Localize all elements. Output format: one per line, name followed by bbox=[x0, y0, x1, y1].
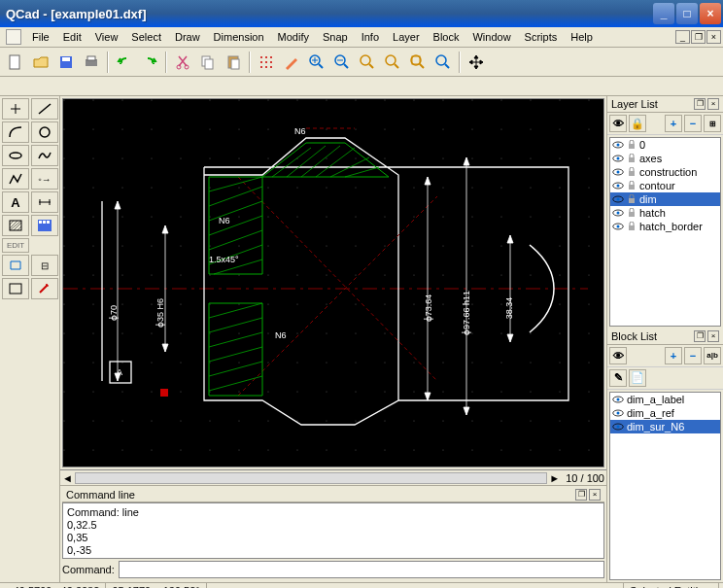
text-tool[interactable]: A bbox=[2, 191, 29, 213]
dim-n6-top: N6 bbox=[294, 126, 306, 136]
menu-view[interactable]: View bbox=[88, 29, 125, 45]
menu-info[interactable]: Info bbox=[355, 29, 386, 45]
svg-point-13 bbox=[270, 56, 272, 58]
select-tool[interactable]: ⊟ bbox=[31, 255, 58, 276]
menu-scripts[interactable]: Scripts bbox=[518, 29, 565, 45]
mdi-minimize[interactable]: _ bbox=[675, 30, 690, 44]
circle-tool[interactable] bbox=[31, 121, 58, 143]
mdi-restore[interactable]: ❐ bbox=[691, 30, 706, 44]
undo-button[interactable] bbox=[113, 51, 136, 74]
modify-tool[interactable] bbox=[2, 255, 29, 276]
horizontal-scrollbar[interactable]: ◄► 10 / 100 bbox=[60, 469, 606, 485]
dock-icon[interactable]: ❐ bbox=[575, 489, 587, 501]
svg-rect-84 bbox=[629, 212, 635, 217]
zoom-window-button[interactable] bbox=[406, 51, 430, 74]
layer-row[interactable]: axes bbox=[610, 152, 720, 165]
layer-row[interactable]: contour bbox=[610, 179, 720, 192]
layer-row[interactable]: construction bbox=[610, 165, 720, 179]
menu-select[interactable]: Select bbox=[124, 29, 168, 45]
line-tool[interactable] bbox=[31, 98, 58, 120]
block-row[interactable]: dim_a_ref bbox=[610, 406, 720, 420]
move-button[interactable] bbox=[465, 51, 488, 74]
eye-toggle[interactable]: 👁 bbox=[609, 115, 627, 132]
layer-edit-button[interactable]: ⊞ bbox=[704, 115, 721, 132]
grid-button[interactable] bbox=[255, 51, 278, 74]
zoom-prev-button[interactable] bbox=[381, 51, 404, 74]
block-remove-button[interactable]: − bbox=[684, 347, 702, 364]
menu-file[interactable]: File bbox=[25, 29, 56, 45]
svg-point-22 bbox=[361, 55, 370, 65]
print-button[interactable] bbox=[80, 51, 103, 74]
layer-row[interactable]: dim bbox=[610, 192, 720, 206]
hatch-tool[interactable] bbox=[2, 215, 29, 236]
zoom-out-button[interactable] bbox=[330, 51, 354, 74]
dock-icon[interactable]: ❐ bbox=[694, 330, 706, 342]
block-edit-button[interactable]: ✎ bbox=[609, 369, 627, 387]
block-add-button[interactable]: + bbox=[665, 347, 682, 364]
ellipse-tool[interactable] bbox=[2, 145, 29, 166]
lock-toggle[interactable]: 🔒 bbox=[629, 115, 646, 132]
block-list[interactable]: dim_a_labeldim_a_refdim_sur_N6 bbox=[609, 392, 721, 581]
spline-tool[interactable] bbox=[31, 145, 58, 166]
zoom-in-button[interactable] bbox=[305, 51, 328, 74]
svg-point-86 bbox=[617, 225, 620, 228]
svg-rect-8 bbox=[205, 59, 213, 69]
layer-row[interactable]: 0 bbox=[610, 138, 720, 152]
close-icon[interactable]: × bbox=[707, 98, 719, 110]
menu-layer[interactable]: Layer bbox=[386, 29, 427, 45]
minimize-button[interactable]: _ bbox=[653, 3, 674, 24]
dim-38: 38.34 bbox=[504, 297, 514, 320]
menu-snap[interactable]: Snap bbox=[316, 29, 355, 45]
redo-button[interactable] bbox=[138, 51, 161, 74]
new-button[interactable] bbox=[4, 51, 27, 74]
mdi-close[interactable]: × bbox=[706, 30, 721, 44]
layer-row[interactable]: hatch bbox=[610, 206, 720, 220]
zoom-auto-button[interactable] bbox=[356, 51, 379, 74]
layer-list[interactable]: 0axesconstructioncontourdimhatchhatch_bo… bbox=[609, 137, 721, 327]
image-tool[interactable] bbox=[31, 215, 58, 236]
svg-point-80 bbox=[617, 198, 620, 201]
block-row[interactable]: dim_sur_N6 bbox=[610, 420, 720, 433]
maximize-button[interactable]: □ bbox=[676, 3, 698, 24]
menu-help[interactable]: Help bbox=[564, 29, 600, 45]
mdi-controls: _ ❐ × bbox=[675, 30, 721, 44]
point-tool[interactable] bbox=[2, 98, 29, 120]
arc-tool[interactable] bbox=[2, 121, 29, 143]
snap-tool[interactable] bbox=[31, 278, 58, 299]
menu-dimension[interactable]: Dimension bbox=[207, 29, 271, 45]
zoom-pan-button[interactable] bbox=[431, 51, 455, 74]
svg-rect-81 bbox=[629, 198, 635, 203]
layer-remove-button[interactable]: − bbox=[684, 115, 702, 132]
label-a: A bbox=[117, 367, 122, 377]
menu-window[interactable]: Window bbox=[465, 29, 517, 45]
menu-draw[interactable]: Draw bbox=[168, 29, 207, 45]
block-insert-button[interactable]: 📄 bbox=[629, 369, 646, 387]
cut-button[interactable] bbox=[171, 51, 194, 74]
menu-edit[interactable]: Edit bbox=[56, 29, 88, 45]
close-icon[interactable]: × bbox=[707, 330, 719, 342]
block-rename-button[interactable]: a|b bbox=[704, 347, 721, 364]
open-button[interactable] bbox=[29, 51, 52, 74]
polyline-tool[interactable] bbox=[2, 168, 29, 190]
close-icon[interactable]: × bbox=[589, 489, 601, 501]
menu-modify[interactable]: Modify bbox=[271, 29, 316, 45]
command-input[interactable] bbox=[119, 561, 604, 578]
draft-button[interactable] bbox=[280, 51, 303, 74]
block-toolbar2: ✎ 📄 bbox=[607, 367, 723, 390]
dim-phi97: ϕ97.66 h11 bbox=[462, 291, 471, 335]
dimension-tool[interactable] bbox=[31, 191, 58, 213]
block-row[interactable]: dim_a_label bbox=[610, 393, 720, 406]
menu-block[interactable]: Block bbox=[427, 29, 466, 45]
close-button[interactable]: × bbox=[700, 3, 721, 24]
block-toolbar: 👁 + − a|b bbox=[607, 345, 723, 367]
dock-icon[interactable]: ❐ bbox=[694, 98, 706, 110]
layer-add-button[interactable]: + bbox=[665, 115, 682, 132]
save-button[interactable] bbox=[54, 51, 78, 74]
eye-toggle[interactable]: 👁 bbox=[609, 347, 627, 364]
paste-button[interactable] bbox=[222, 51, 245, 74]
copy-button[interactable] bbox=[196, 51, 220, 74]
drawing-canvas[interactable]: N6 N6 N6 1.5x45° ϕ70 ϕ35 H6 ϕ73.64 ϕ97.6… bbox=[63, 99, 603, 467]
trim-tool[interactable] bbox=[2, 278, 29, 299]
rectangle-tool[interactable]: ◦→ bbox=[31, 168, 58, 190]
layer-row[interactable]: hatch_border bbox=[610, 220, 720, 233]
